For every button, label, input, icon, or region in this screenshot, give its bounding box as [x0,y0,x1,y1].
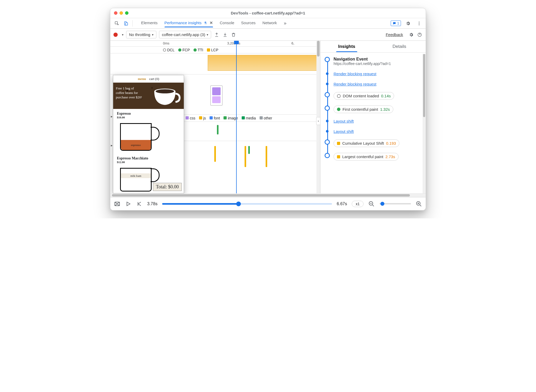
panel-settings-gear-icon[interactable] [408,32,414,38]
preview-banner: Free 1 bag of coffee beans for purchase … [113,83,184,109]
milestone-legend: DCL FCP TTI LCP [110,47,320,53]
track-expand-1[interactable]: ▸ [111,114,113,118]
node-ring-icon [325,105,330,111]
tabs-overflow-icon[interactable]: » [281,18,290,28]
orange-square-icon [207,48,210,52]
preview-banner-text: Free 1 bag of coffee beans for purchase … [116,86,142,100]
insights-scrollbar[interactable] [423,54,426,193]
insight-layout-shift-1[interactable]: Layout shift [334,119,422,123]
tab-sources[interactable]: Sources [238,18,259,28]
node-ring-icon [325,139,330,145]
session-value: coffee-cart.netlify.app (3) [162,32,205,37]
record-button[interactable] [113,33,118,37]
throttling-select[interactable]: No throttling [126,31,156,38]
download-icon[interactable] [222,32,228,38]
record-options-dropdown[interactable] [120,33,123,37]
svg-point-4 [419,23,420,24]
insight-cls[interactable]: Cumulative Layout Shift 0.193 [334,139,422,147]
svg-point-5 [419,24,420,25]
delete-icon[interactable] [231,32,236,38]
insights-toolbar: No throttling coffee-cart.netlify.app (3… [110,29,426,41]
issues-badge[interactable]: 1 [391,21,401,26]
svg-rect-2 [126,23,128,25]
marker-fcp: FCP [178,48,190,52]
tab-details[interactable]: Details [373,41,426,52]
timeline-panel: 0ms 3,200ms 6, DCL FCP TTI LCP [110,41,320,193]
mug-illustration-2: milk foam [117,166,157,182]
overview-band[interactable] [110,53,320,74]
svg-point-8 [156,89,174,93]
legend-other: other [260,116,272,120]
waterfall-area[interactable] [184,125,317,193]
insight-lcp[interactable]: Largest contentful paint 2.73s [334,153,422,160]
zoom-out-icon[interactable] [368,201,375,207]
filmstrip-thumbnail[interactable] [210,86,222,105]
zoom-in-icon[interactable] [416,201,422,207]
track-expand-2[interactable]: ▸ [111,143,113,147]
timeline-horizontal-scrollbar[interactable] [110,193,426,197]
jump-to-start-icon[interactable] [136,201,142,207]
marker-lcp: LCP [207,48,218,52]
playback-slider[interactable] [162,203,332,205]
kebab-menu-icon[interactable] [415,19,423,27]
toggle-screenshots-icon[interactable] [114,201,120,207]
device-toggle-icon[interactable] [122,19,130,27]
insight-dcl[interactable]: DOM content loaded 0.14s [334,92,422,100]
tab-console[interactable]: Console [217,18,237,28]
flask-icon: ⚗ [204,21,207,25]
legend-css: css [186,116,195,120]
zoom-multiplier[interactable]: x1 [352,201,364,207]
session-select[interactable]: coffee-cart.netlify.app (3) [159,31,211,38]
wf-bar [217,125,219,134]
insight-layout-shift-2[interactable]: Layout shift [334,129,422,134]
insight-navigation-event[interactable]: Navigation Event https://coffee-cart.net… [334,57,422,66]
legend-font: font [210,116,220,120]
divider [132,20,133,27]
main-split: 0ms 3,200ms 6, DCL FCP TTI LCP [110,41,426,193]
insights-panel: Insights Details Navigation Event https:… [320,41,426,193]
right-panel-tabs: Insights Details [320,41,426,53]
upload-icon[interactable] [214,32,220,38]
tab-insights[interactable]: Insights [320,41,373,52]
feedback-link[interactable]: Feedback [386,32,403,37]
insights-list: Navigation Event https://coffee-cart.net… [320,53,426,193]
inspect-element-icon[interactable] [113,19,121,27]
ring-dot-icon [337,94,341,98]
zoom-slider[interactable] [379,203,411,204]
network-legend: css js font image media other [184,114,317,122]
marker-tti: TTI [193,48,203,52]
tab-network[interactable]: Network [259,18,280,28]
insight-fcp[interactable]: First contentful paint 1.32s [334,105,422,113]
node-dot-icon [326,83,329,85]
preview-product-1: Espresso $10.00 espresso Espresso Macchi… [113,109,184,188]
green-dot-icon [337,108,340,111]
orange-square-icon [337,155,340,158]
window-titlebar: DevTools - coffee-cart.netlify.app/?ad=1 [110,8,426,18]
orange-square-icon [337,142,340,145]
time-ruler[interactable]: 0ms 3,200ms 6, [110,41,320,47]
insight-render-blocking-1[interactable]: Render blocking request [334,72,422,76]
coffee-cup-icon [153,88,182,106]
panel-collapse-handle[interactable]: › [316,117,320,125]
green-dot-icon [193,48,197,52]
timeline-playhead[interactable] [236,41,237,193]
preview-nav: menu cart (0) [113,75,184,83]
settings-gear-icon[interactable] [404,19,412,27]
svg-point-3 [419,22,420,22]
tab-elements[interactable]: Elements [138,18,161,28]
mug-illustration: espresso [117,121,157,153]
ruler-tick-2: 6, [291,41,294,45]
close-tab-icon[interactable]: ✕ [210,21,213,25]
node-dot-icon [326,120,329,122]
node-ring-icon [325,92,330,97]
insight-render-blocking-2[interactable]: Render blocking request [334,82,422,86]
screenshot-preview: menu cart (0) Free 1 bag of coffee beans… [113,75,184,193]
play-icon[interactable] [125,201,131,207]
marker-dcl: DCL [163,48,175,52]
playback-end-time: 6.67s [337,202,347,206]
help-icon[interactable] [417,32,423,38]
issues-count: 1 [397,21,399,25]
chat-icon [393,22,396,25]
tab-performance-insights[interactable]: Performance insights ⚗ ✕ [161,18,216,28]
wf-divider [184,141,317,141]
